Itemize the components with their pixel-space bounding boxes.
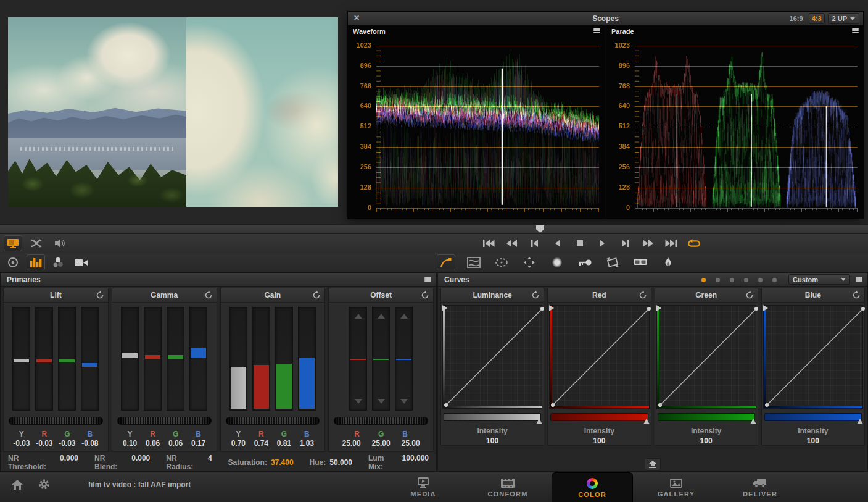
curves-palette-button[interactable] <box>437 254 455 270</box>
luminance-reset-button[interactable] <box>531 291 540 299</box>
gain-g-value[interactable]: 0.81 <box>275 439 293 448</box>
nr-blend-value[interactable]: 0.000 <box>131 454 150 471</box>
luminance-intensity-slider[interactable] <box>444 413 541 421</box>
play-reverse-button[interactable] <box>550 236 564 251</box>
curve-handle[interactable] <box>763 305 768 311</box>
red-reset-button[interactable] <box>639 291 647 299</box>
parade-menu-icon[interactable] <box>852 28 859 35</box>
scope-layout-dropdown[interactable]: 2 UP <box>828 13 859 24</box>
gamma-b-value[interactable]: 0.17 <box>189 439 207 448</box>
offset-b-slider[interactable] <box>395 307 413 411</box>
gain-r-slider[interactable] <box>252 307 270 411</box>
gamma-y-value[interactable]: 0.10 <box>121 439 139 448</box>
next-frame-button[interactable] <box>618 236 633 251</box>
page-dot-3[interactable] <box>730 278 734 282</box>
gain-b-slider[interactable] <box>298 307 316 411</box>
green-reset-button[interactable] <box>745 291 754 299</box>
gain-b-value[interactable]: 1.03 <box>298 439 316 448</box>
scopes-header[interactable]: ✕ Scopes 16:9 4:3 2 UP <box>348 12 863 25</box>
stereo-3d-button[interactable] <box>631 254 650 270</box>
blue-intensity-slider[interactable] <box>764 413 862 421</box>
custom-curves-button[interactable] <box>465 254 483 270</box>
sizing-button[interactable] <box>603 254 622 270</box>
lift-g-value[interactable]: -0.03 <box>58 439 76 448</box>
viewer-mode-button[interactable] <box>4 235 22 251</box>
home-icon[interactable] <box>11 479 23 490</box>
saturation-value[interactable]: 37.400 <box>271 458 294 467</box>
aspect-4-3-button[interactable]: 4:3 <box>809 13 825 24</box>
red-intensity-value[interactable]: 100 <box>548 437 650 445</box>
go-to-last-frame-button[interactable] <box>664 236 679 251</box>
playhead-marker[interactable] <box>536 225 544 233</box>
tab-deliver[interactable]: DELIVER <box>719 472 801 502</box>
gain-g-slider[interactable] <box>275 307 293 411</box>
red-intensity-slider[interactable] <box>550 413 648 421</box>
intensity-handle[interactable] <box>536 419 542 424</box>
gamma-r-value[interactable]: 0.06 <box>144 439 162 448</box>
lift-y-value[interactable]: -0.03 <box>12 439 30 448</box>
aspect-16-9-button[interactable]: 16:9 <box>787 14 806 23</box>
blue-reset-button[interactable] <box>852 291 861 299</box>
gain-master-wheel[interactable] <box>226 417 320 425</box>
curves-preset-dropdown[interactable]: Custom <box>788 274 850 285</box>
lum-mix-value[interactable]: 100.000 <box>402 454 429 471</box>
gamma-b-slider[interactable] <box>189 307 207 411</box>
nr-radius-value[interactable]: 4 <box>208 454 212 471</box>
tracker-button[interactable] <box>520 254 539 270</box>
curve-handle[interactable] <box>549 305 554 311</box>
offset-g-value[interactable]: 25.00 <box>370 439 393 448</box>
lift-g-slider[interactable] <box>58 307 76 411</box>
gamma-g-slider[interactable] <box>167 307 184 411</box>
stop-button[interactable] <box>572 236 587 251</box>
tab-media[interactable]: MEDIA <box>382 472 464 502</box>
primaries-bars-palette-button[interactable] <box>27 254 45 270</box>
curve-handle[interactable] <box>442 305 447 311</box>
lift-reset-button[interactable] <box>96 291 104 299</box>
play-button[interactable] <box>595 236 610 251</box>
intensity-handle[interactable] <box>857 419 863 424</box>
lift-b-value[interactable]: -0.08 <box>81 439 99 448</box>
gamma-r-slider[interactable] <box>144 307 162 411</box>
offset-r-slider[interactable] <box>349 307 367 411</box>
offset-g-slider[interactable] <box>372 307 390 411</box>
curves-menu-icon[interactable] <box>856 277 862 283</box>
gamma-reset-button[interactable] <box>204 291 213 299</box>
timeline-scrubber[interactable] <box>0 224 868 234</box>
page-dot-2[interactable] <box>716 278 720 282</box>
loop-button[interactable] <box>687 236 701 251</box>
panel-expand-button[interactable] <box>645 458 661 471</box>
hue-value[interactable]: 50.000 <box>329 458 352 467</box>
page-dot-4[interactable] <box>744 278 748 282</box>
green-curve-graph[interactable] <box>656 305 756 409</box>
green-intensity-slider[interactable] <box>658 413 755 421</box>
blue-curve-graph[interactable] <box>763 305 863 409</box>
gain-reset-button[interactable] <box>312 291 321 299</box>
primaries-menu-icon[interactable] <box>424 277 431 283</box>
tab-conform[interactable]: CONFORM <box>467 472 548 502</box>
intensity-handle[interactable] <box>750 419 756 424</box>
luminance-intensity-value[interactable]: 100 <box>441 437 544 445</box>
fast-forward-button[interactable] <box>641 236 656 251</box>
lift-b-slider[interactable] <box>81 307 99 411</box>
lift-y-slider[interactable] <box>12 307 30 411</box>
lift-master-wheel[interactable] <box>9 417 103 425</box>
go-to-first-frame-button[interactable] <box>481 236 496 251</box>
camera-raw-palette-button[interactable] <box>72 254 91 270</box>
blue-intensity-value[interactable]: 100 <box>762 437 864 445</box>
offset-b-value[interactable]: 25.00 <box>399 439 423 448</box>
offset-master-wheel[interactable] <box>334 417 428 425</box>
curve-handle[interactable] <box>656 305 661 311</box>
waveform-menu-icon[interactable] <box>593 28 600 35</box>
page-dot-6[interactable] <box>772 278 777 282</box>
blur-button[interactable] <box>548 254 566 270</box>
nr-threshold-value[interactable]: 0.000 <box>60 454 78 471</box>
gear-icon[interactable] <box>38 479 50 490</box>
gamma-g-value[interactable]: 0.06 <box>167 439 184 448</box>
lift-r-slider[interactable] <box>35 307 53 411</box>
gamma-y-slider[interactable] <box>121 307 139 411</box>
red-curve-graph[interactable] <box>549 305 649 409</box>
audio-mute-button[interactable] <box>51 235 69 251</box>
offset-reset-button[interactable] <box>421 291 429 299</box>
intensity-handle[interactable] <box>643 419 650 424</box>
page-dot-5[interactable] <box>758 278 763 282</box>
